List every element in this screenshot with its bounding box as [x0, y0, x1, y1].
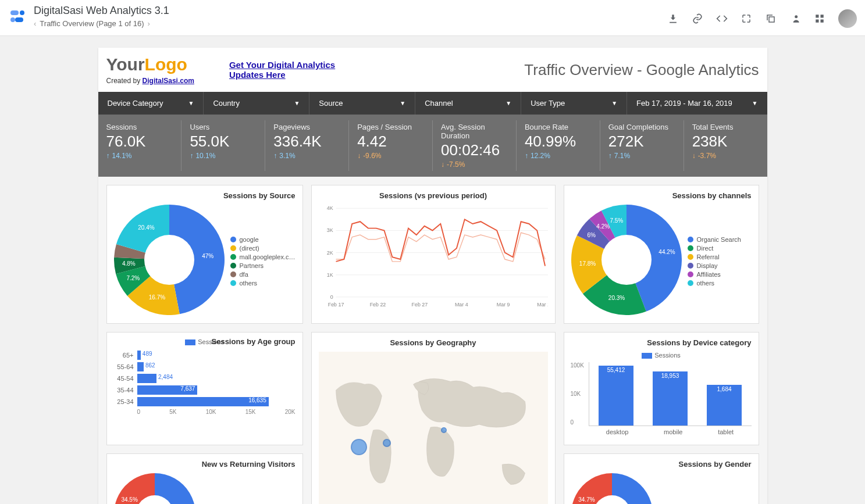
svg-text:Feb 17: Feb 17 — [328, 302, 344, 308]
card-title: Sessions by Device category — [571, 338, 752, 347]
donut-source: 47%16.7%7.2%4.8%20.4% — [114, 205, 225, 317]
svg-text:3K: 3K — [326, 227, 333, 233]
chevron-down-icon: ▼ — [611, 100, 617, 106]
card-sessions-source: Sessions by Source 47%16.7%7.2%4.8%20.4%… — [106, 185, 303, 324]
app-header: DigitalSasi Web Analytics 3.1 ‹ Traffic … — [0, 0, 865, 36]
svg-text:2K: 2K — [326, 250, 333, 256]
link-icon[interactable] — [692, 13, 703, 24]
card-title: Sessions (vs previous period) — [319, 191, 548, 200]
next-page-icon[interactable]: › — [148, 19, 150, 28]
created-by: Created by DigitalSasi.com — [106, 77, 194, 85]
kpi-bounce-rate: Bounce Rate40.99%↑12.2% — [517, 120, 600, 171]
svg-text:Mar 4: Mar 4 — [454, 302, 468, 308]
card-new-returning: New vs Returning Visitors 65.5%34.5% New… — [106, 453, 303, 504]
svg-point-1 — [20, 10, 24, 15]
datastudio-logo-icon — [8, 7, 27, 26]
kpi-users: Users55.0K↑10.1% — [181, 120, 265, 171]
filter-source[interactable]: Source▼ — [309, 92, 415, 115]
user-avatar[interactable] — [838, 9, 857, 28]
filter-channel[interactable]: Channel▼ — [415, 92, 521, 115]
svg-rect-0 — [10, 10, 19, 15]
svg-point-5 — [795, 15, 798, 18]
chevron-down-icon: ▼ — [188, 100, 194, 106]
svg-text:0: 0 — [330, 294, 333, 300]
download-icon[interactable] — [667, 13, 679, 24]
toolbar — [667, 9, 857, 28]
svg-text:Feb 27: Feb 27 — [411, 302, 428, 308]
updates-link[interactable]: Get Your Digital AnalyticsUpdates Here — [229, 60, 335, 80]
legend-channel: Organic SearchDirectReferralDisplayAffil… — [688, 234, 741, 288]
svg-text:Mar 14: Mar 14 — [537, 302, 548, 308]
card-sessions-time: Sessions (vs previous period) 01K2K3K4KF… — [311, 185, 556, 324]
chevron-down-icon: ▼ — [752, 100, 758, 106]
svg-point-27 — [601, 235, 652, 285]
kpi-sessions: Sessions76.0K↑14.1% — [98, 120, 182, 171]
legend-device: Sessions — [571, 352, 752, 359]
svg-text:Mar 9: Mar 9 — [496, 302, 510, 308]
svg-rect-4 — [769, 17, 774, 22]
card-sessions-geo: Sessions by Geography — [311, 332, 556, 504]
prev-page-icon[interactable]: ‹ — [34, 19, 36, 28]
svg-point-3 — [10, 17, 15, 22]
apps-grid-icon[interactable] — [814, 13, 825, 24]
card-sessions-gender: Sessions by Gender 65.3%34.7% malefemale — [564, 453, 759, 504]
card-sessions-channel: Sessions by channels 44.2%20.3%17.8%6%4.… — [564, 185, 759, 324]
svg-text:Feb 22: Feb 22 — [369, 302, 386, 308]
svg-point-10 — [144, 235, 194, 285]
svg-text:1K: 1K — [326, 272, 333, 278]
donut-channel: 44.2%20.3%17.8%6%4.2%7.5% — [571, 205, 682, 317]
report-canvas: YourLogo Created by DigitalSasi.com Get … — [98, 48, 767, 504]
kpi-total-events: Total Events238K↓-3.7% — [684, 120, 767, 171]
chevron-down-icon: ▼ — [400, 100, 405, 106]
embed-icon[interactable] — [716, 13, 728, 24]
svg-rect-2 — [15, 17, 23, 22]
svg-rect-6 — [816, 15, 818, 17]
svg-rect-7 — [821, 15, 824, 17]
geo-bubble — [383, 439, 391, 447]
svg-rect-8 — [816, 20, 818, 23]
fullscreen-icon[interactable] — [741, 13, 752, 24]
breadcrumb: ‹ Traffic Overview (Page 1 of 16) › — [34, 19, 667, 28]
donut-gender: 65.3%34.7% — [571, 473, 653, 504]
app-title: DigitalSasi Web Analytics 3.1 — [34, 5, 667, 17]
report-header: YourLogo Created by DigitalSasi.com Get … — [98, 48, 767, 92]
card-title: Sessions by Gender — [571, 460, 752, 469]
svg-text:4K: 4K — [326, 205, 333, 211]
geo-bubble — [351, 439, 367, 455]
copy-icon[interactable] — [765, 13, 777, 24]
card-title: New vs Returning Visitors — [114, 460, 296, 469]
card-sessions-age: Sessions Sessions by Age group 65+48955-… — [106, 332, 303, 445]
breadcrumb-text[interactable]: Traffic Overview (Page 1 of 16) — [40, 19, 144, 28]
donut-new-returning: 65.5%34.5% — [114, 473, 195, 504]
kpi-bar: Sessions76.0K↑14.1%Users55.0K↑10.1%Pagev… — [98, 115, 767, 177]
filter-bar: Device Category▼ Country▼ Source▼ Channe… — [98, 92, 767, 115]
chart-grid: Sessions by Source 47%16.7%7.2%4.8%20.4%… — [98, 177, 767, 504]
page-title: Traffic Overview - Google Analytics — [524, 61, 759, 79]
world-map[interactable] — [319, 352, 548, 504]
filter-device[interactable]: Device Category▼ — [98, 92, 204, 115]
bar-chart-age: 65+48955-6486245-542,48435-447,63725-341… — [114, 351, 296, 415]
brand-logo: YourLogo — [106, 55, 194, 74]
filter-country[interactable]: Country▼ — [204, 92, 309, 115]
created-by-link[interactable]: DigitalSasi.com — [143, 77, 194, 85]
kpi-pageviews: Pageviews336.4K↑3.1% — [265, 120, 349, 171]
kpi-pages-session: Pages / Session4.42↓-9.6% — [349, 120, 433, 171]
filter-usertype[interactable]: User Type▼ — [521, 92, 627, 115]
share-person-icon[interactable] — [789, 13, 801, 24]
kpi-avg-session-duration: Avg. Session Duration00:02:46↓-7.5% — [433, 120, 517, 171]
geo-bubble — [441, 427, 447, 433]
card-title: Sessions by Source — [114, 191, 296, 200]
kpi-goal-completions: Goal Completions272K↑7.1% — [600, 120, 684, 171]
svg-rect-9 — [821, 20, 824, 23]
card-title: Sessions by channels — [571, 191, 752, 200]
chevron-down-icon: ▼ — [506, 100, 511, 106]
filter-daterange[interactable]: Feb 17, 2019 - Mar 16, 2019▼ — [627, 92, 767, 115]
line-chart: 01K2K3K4KFeb 17Feb 22Feb 27Mar 4Mar 9Mar… — [319, 205, 548, 312]
card-title: Sessions by Geography — [319, 338, 548, 347]
card-sessions-device: Sessions by Device category Sessions 100… — [564, 332, 759, 445]
bar-chart-device: 100K10K0 55,41218,9531,684 desktopmobile… — [571, 362, 752, 435]
legend-source: google(direct)mall.googleplex.c…Partners… — [230, 234, 296, 288]
chevron-down-icon: ▼ — [294, 100, 300, 106]
